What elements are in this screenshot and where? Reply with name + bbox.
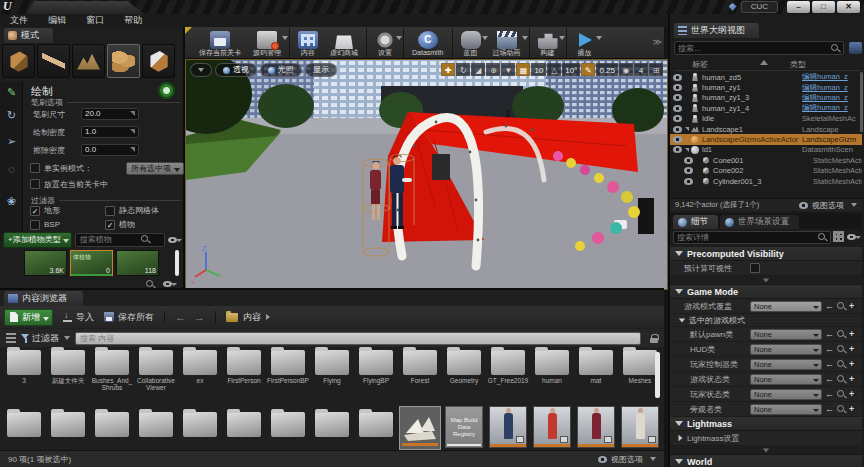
- surface-snap-icon[interactable]: ▼: [501, 63, 515, 76]
- spinner-icon[interactable]: [129, 147, 135, 153]
- character[interactable]: [530, 404, 574, 450]
- reset-arrow-icon[interactable]: ←: [825, 390, 834, 399]
- actor-type[interactable]: 编辑human_z: [802, 83, 862, 93]
- select-cursor-icon[interactable]: ➢: [4, 134, 19, 149]
- folder[interactable]: [134, 404, 178, 450]
- world-outliner-tab[interactable]: 世界大纲视图: [674, 23, 759, 38]
- mode-tool-button[interactable]: [72, 44, 105, 78]
- folder-item[interactable]: FirstPerson: [222, 350, 266, 391]
- outliner-scrollbar[interactable]: [860, 72, 863, 132]
- add-icon[interactable]: +: [849, 405, 854, 414]
- folder[interactable]: [222, 404, 266, 450]
- folder-item[interactable]: Geometry: [442, 350, 486, 391]
- lock-icon[interactable]: [650, 334, 658, 343]
- outliner-search-box[interactable]: [674, 41, 844, 55]
- outliner-row[interactable]: human_zy1 编辑human_z: [670, 82, 862, 92]
- details-tab[interactable]: 细节: [673, 215, 718, 229]
- actor-type[interactable]: StaticMeshActo: [813, 177, 862, 186]
- visibility-eye-icon[interactable]: [684, 178, 693, 185]
- section-expander[interactable]: [670, 446, 862, 455]
- foliage-type-tile[interactable]: 体植物 0: [70, 250, 113, 276]
- brush-value-input[interactable]: 20.0: [81, 108, 139, 120]
- outliner-search-input[interactable]: [678, 44, 831, 53]
- gamemode-class-dropdown[interactable]: None: [750, 359, 822, 370]
- add-icon[interactable]: +: [849, 390, 854, 399]
- browse-icon[interactable]: [837, 360, 846, 369]
- filter-checkbox[interactable]: [30, 206, 40, 216]
- move-tool-icon[interactable]: ✚: [441, 63, 455, 76]
- visibility-eye-icon[interactable]: [673, 105, 682, 112]
- mode-tool-button[interactable]: [142, 44, 175, 78]
- browse-icon[interactable]: [837, 375, 846, 384]
- menu-item[interactable]: 窗口: [86, 14, 104, 27]
- content-view-options[interactable]: 视图选项: [598, 454, 656, 465]
- perspective-button[interactable]: 透视: [215, 63, 257, 77]
- outliner-header[interactable]: 标签 类型: [674, 59, 862, 71]
- reset-arrow-icon[interactable]: ←: [825, 302, 834, 311]
- fill-tool-icon[interactable]: ❀: [4, 194, 19, 209]
- scale-tool-icon[interactable]: ◢: [471, 63, 485, 76]
- actor-type[interactable]: StaticMeshActo: [813, 156, 862, 165]
- single-instance-checkbox[interactable]: [30, 163, 40, 173]
- spinner-icon[interactable]: [129, 111, 135, 117]
- add-icon[interactable]: +: [849, 302, 854, 311]
- camera-speed-value[interactable]: 4: [634, 63, 648, 76]
- import-button[interactable]: 导入: [63, 311, 94, 324]
- create-actor-icon[interactable]: [849, 42, 862, 54]
- menu-item[interactable]: 帮助: [124, 14, 142, 27]
- viewport[interactable]: Z x 透视 光照 显示 ✚ ↻ ◢ ⊕ ▼ ▦ 10 △ 10° ✎ 0.25…: [185, 59, 668, 290]
- section-game-mode[interactable]: Game Mode: [670, 285, 862, 299]
- filter-checkbox[interactable]: [105, 206, 115, 216]
- add-icon[interactable]: +: [849, 330, 854, 339]
- add-icon[interactable]: +: [849, 375, 854, 384]
- visibility-eye-icon[interactable]: [673, 74, 682, 81]
- rotation-snap-value[interactable]: 10°: [562, 63, 580, 76]
- toolbar-button[interactable]: 蓝图: [452, 28, 487, 58]
- browse-icon[interactable]: [837, 345, 846, 354]
- outliner-view-options[interactable]: 视图选项: [799, 200, 857, 211]
- filter-checkbox-row[interactable]: 地形: [30, 205, 105, 216]
- toolbar-button[interactable]: 内容: [289, 28, 324, 58]
- filters-button[interactable]: 过滤器: [21, 332, 70, 345]
- filter-checkbox[interactable]: [30, 220, 40, 230]
- gamemode-class-dropdown[interactable]: None: [750, 389, 822, 400]
- lasso-select-icon[interactable]: ◌: [4, 162, 19, 177]
- outliner-row[interactable]: human_zy1_4 编辑human_z: [670, 103, 862, 113]
- add-icon[interactable]: +: [849, 345, 854, 354]
- reapply-icon[interactable]: ↻: [4, 108, 19, 123]
- folder-item[interactable]: 3: [2, 350, 46, 391]
- place-in-level-checkbox[interactable]: [30, 179, 40, 189]
- actor-type[interactable]: LandscapeGizm: [802, 135, 862, 144]
- forward-arrow-icon[interactable]: →: [194, 311, 205, 323]
- outliner-row[interactable]: Cone001 StaticMeshActo: [670, 155, 862, 165]
- outliner-row[interactable]: human_zy1_3 编辑human_z: [670, 93, 862, 103]
- section-world[interactable]: World: [670, 455, 862, 467]
- toolbar-button[interactable]: 构建: [529, 28, 564, 58]
- character[interactable]: [574, 404, 618, 450]
- add-new-button[interactable]: 新增: [4, 309, 53, 326]
- breadcrumb[interactable]: 内容: [215, 311, 270, 324]
- reset-arrow-icon[interactable]: ←: [825, 375, 834, 384]
- scale-snap-icon[interactable]: ✎: [581, 63, 595, 76]
- world-coordinate-icon[interactable]: ⊕: [486, 63, 500, 76]
- outliner-row[interactable]: Idle SkeletalMeshAc: [670, 114, 862, 124]
- outliner-row[interactable]: Landscape1 Landscape: [670, 124, 862, 134]
- registry[interactable]: Map Build Data Registry: [442, 404, 486, 450]
- foliage-type-tile[interactable]: 3.6K: [24, 250, 67, 276]
- outliner-row[interactable]: LandscapeGizmoActiveActor LandscapeGizm: [670, 134, 862, 144]
- outliner-row[interactable]: Cylinder001_3 StaticMeshActo: [670, 176, 862, 186]
- reset-arrow-icon[interactable]: ←: [825, 360, 834, 369]
- outliner-row[interactable]: human_zd5 编辑human_z: [670, 72, 862, 82]
- world-settings-tab[interactable]: 世界场景设置: [720, 215, 799, 229]
- selected-gamemode-subheader[interactable]: 选中的游戏模式: [670, 314, 862, 327]
- gamemode-override-dropdown[interactable]: None: [750, 301, 822, 312]
- filter-checkbox[interactable]: [105, 220, 115, 230]
- visibility-eye-icon[interactable]: [673, 94, 682, 101]
- show-flags-button[interactable]: 显示: [305, 63, 337, 77]
- details-search-box[interactable]: [673, 231, 831, 244]
- folder-item[interactable]: Bushes_And_Shrubs: [90, 350, 134, 391]
- camera-speed-icon[interactable]: ◉: [619, 63, 633, 76]
- toolbar-button[interactable]: 源码管理: [247, 28, 287, 58]
- back-arrow-icon[interactable]: ←: [175, 311, 186, 323]
- brush-value-input[interactable]: 0.0: [81, 144, 139, 156]
